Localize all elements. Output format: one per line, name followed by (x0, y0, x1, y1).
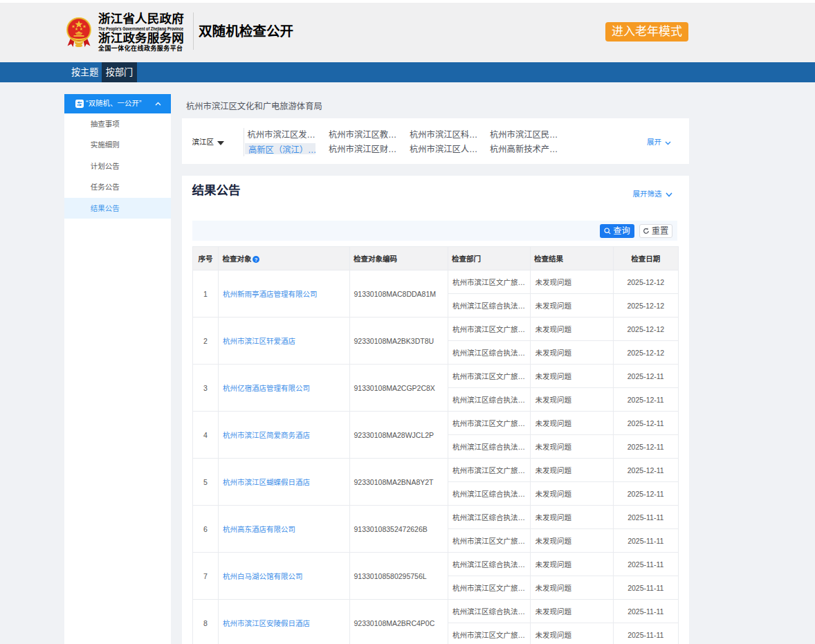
svg-text:?: ? (254, 257, 257, 263)
